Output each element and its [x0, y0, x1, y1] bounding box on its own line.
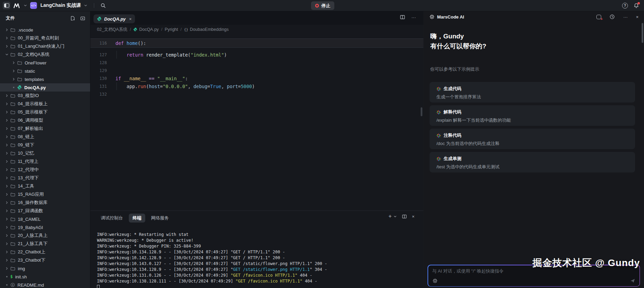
tree-item-README.md[interactable]: README.md — [0, 281, 90, 288]
tree-item-08_链上[interactable]: 08_链上 — [0, 133, 90, 141]
tree-item-11_代理上[interactable]: 11_代理上 — [0, 157, 90, 166]
tree-item-img[interactable]: img — [0, 264, 90, 273]
breadcrumb-item[interactable]: DocQA.py — [133, 27, 159, 32]
tree-item-03_模型IO[interactable]: 03_模型IO — [0, 92, 90, 100]
new-terminal-icon[interactable]: + — [388, 214, 392, 219]
tree-item-02_文档QA系统[interactable]: 02_文档QA系统 — [0, 50, 90, 59]
terminal-line: INFO:werkzeug:10.134.128.9 - - [30/Oct/2… — [97, 267, 420, 273]
chevron-down-icon[interactable] — [393, 215, 397, 218]
tree-item-21_人脉工具下[interactable]: 21_人脉工具下 — [0, 240, 90, 248]
terminal-line: INFO:werkzeug:10.138.128.111 - - [30/Oct… — [97, 279, 420, 285]
tree-item-20_人脉工具上[interactable]: 20_人脉工具上 — [0, 231, 90, 240]
tree-item-12_代理中[interactable]: 12_代理中 — [0, 166, 90, 174]
tree-item-.vscode[interactable]: .vscode — [0, 26, 90, 34]
breadcrumb[interactable]: 02_文档QA系统/DocQA.py/Pyright/{}DoubaoEmbed… — [97, 25, 423, 34]
git-dot — [6, 284, 8, 286]
workspace-title[interactable]: LangChain 实战课 — [40, 2, 81, 9]
folder-icon — [10, 143, 15, 148]
editor-region: DocQA.py × ··· 02_文档QA系统/DocQA.py/Pyrigh… — [90, 11, 423, 288]
chat-input[interactable] — [432, 268, 619, 276]
new-chat-button[interactable] — [596, 15, 601, 19]
tree-item-23_Chatbot下[interactable]: 23_Chatbot下 — [0, 256, 90, 264]
tree-item-label: 17_回调函数 — [18, 208, 43, 214]
tree-item-05_提示模板下[interactable]: 05_提示模板下 — [0, 108, 90, 116]
terminal-line: INFO:werkzeug: * Debugger PIN: 325-884-3… — [97, 244, 420, 250]
editor-scrollbar[interactable] — [421, 107, 422, 116]
tree-item-04_提示模板上[interactable]: 04_提示模板上 — [0, 100, 90, 108]
assistant-scrollbar[interactable] — [642, 23, 643, 43]
terminal-tab-调试控制台[interactable]: 调试控制台 — [97, 214, 127, 223]
folder-icon — [17, 77, 22, 82]
tree-item-OneFlower[interactable]: OneFlower — [0, 59, 90, 67]
breadcrumb-item[interactable]: Pyright — [165, 27, 178, 32]
tree-item-16_操作数据库[interactable]: 16_操作数据库 — [0, 199, 90, 207]
code-line: 128 — [90, 59, 423, 67]
prompt-card-解释代码[interactable]: 解释代码/explain 解释一下当前选中函数的功能 — [430, 105, 635, 126]
tree-item-06_调用模型[interactable]: 06_调用模型 — [0, 116, 90, 124]
new-folder-icon[interactable] — [80, 16, 85, 21]
python-icon — [17, 85, 22, 90]
breadcrumb-item[interactable]: 02_文档QA系统 — [97, 27, 127, 33]
tree-item-label: DocQA.py — [24, 85, 46, 90]
new-file-icon[interactable] — [70, 16, 75, 21]
tree-item-22_Chatbot上[interactable]: 22_Chatbot上 — [0, 248, 90, 256]
tree-item-label: 08_链上 — [18, 134, 34, 140]
prompt-card-title-text: 生成代码 — [444, 86, 461, 92]
close-panel-icon[interactable]: × — [412, 214, 414, 219]
tree-item-09_链下[interactable]: 09_链下 — [0, 141, 90, 149]
split-editor-icon[interactable] — [400, 14, 405, 20]
tree-item-07_解析输出[interactable]: 07_解析输出 — [0, 124, 90, 133]
folder-icon — [10, 52, 15, 57]
notifications-button[interactable] — [633, 3, 639, 9]
tree-item-18_CAMEL[interactable]: 18_CAMEL — [0, 215, 90, 223]
tree-item-init.sh[interactable]: $init.sh — [0, 273, 90, 281]
chevron-down-icon[interactable] — [84, 3, 88, 8]
tree-item-label: 09_链下 — [18, 142, 34, 148]
folder-icon — [10, 110, 15, 115]
marscode-logo[interactable] — [13, 3, 21, 8]
tree-item-label: 16_操作数据库 — [18, 200, 48, 206]
terminal-tab-终端[interactable]: 终端 — [129, 214, 145, 223]
close-tab-icon[interactable]: × — [129, 16, 132, 22]
prompt-card-生成单测[interactable]: 生成单测/test 为选中的代码生成单元测试 — [430, 152, 635, 172]
tree-item-00_开篇词_奇点时刻[interactable]: 00_开篇词_奇点时刻 — [0, 34, 90, 42]
breadcrumb-item[interactable]: {}DoubaoEmbeddings — [184, 27, 228, 32]
stop-button[interactable]: 停止 — [311, 1, 334, 10]
sidebar-icon — [4, 3, 9, 8]
tree-item-13_代理下[interactable]: 13_代理下 — [0, 174, 90, 182]
close-assistant-icon[interactable]: × — [636, 14, 639, 20]
folder-icon — [10, 134, 15, 140]
terminal-tab-网络服务[interactable]: 网络服务 — [147, 214, 173, 223]
split-terminal-icon[interactable] — [402, 214, 407, 219]
history-icon[interactable] — [609, 14, 615, 20]
code-editor[interactable]: 116def home():127 return render_template… — [90, 34, 423, 211]
markdown-icon — [10, 283, 15, 287]
chevron-down-icon[interactable] — [23, 3, 27, 8]
tree-item-static[interactable]: static — [0, 67, 90, 75]
tree-item-label: 22_Chatbot上 — [18, 249, 45, 255]
chevron-right-icon — [4, 36, 10, 40]
tree-item-templates[interactable]: templates — [0, 75, 90, 83]
search-icon[interactable] — [100, 3, 106, 8]
tree-item-19_BabyAGI[interactable]: 19_BabyAGI — [0, 223, 90, 231]
send-icon[interactable] — [630, 278, 635, 284]
tree-item-17_回调函数[interactable]: 17_回调函数 — [0, 207, 90, 215]
prompt-card-生成代码[interactable]: 生成代码生成一个冒泡排序算法 — [430, 82, 635, 103]
tree-item-10_记忆[interactable]: 10_记忆 — [0, 149, 90, 157]
line-number: 131 — [90, 84, 107, 89]
tree-item-15_RAG应用[interactable]: 15_RAG应用 — [0, 190, 90, 199]
prompt-card-desc: /explain 解释一下当前选中函数的功能 — [436, 117, 628, 123]
tree-item-DocQA.py[interactable]: DocQA.py — [0, 83, 90, 92]
tree-item-label: README.md — [17, 283, 44, 288]
help-icon[interactable]: ? — [622, 3, 628, 9]
toggle-sidebar-button[interactable] — [3, 2, 10, 9]
terminal-line: INFO:werkzeug:10.143.0.127 - - [30/Oct/2… — [97, 261, 420, 267]
terminal-output[interactable]: INFO:werkzeug: * Restarting with statWAR… — [97, 232, 420, 288]
tab-docqa[interactable]: DocQA.py × — [94, 14, 135, 23]
tree-item-01_LangChain快速入门[interactable]: 01_LangChain快速入门 — [0, 42, 90, 50]
chevron-right-icon — [4, 151, 10, 155]
editor-more-icon[interactable]: ··· — [411, 15, 416, 20]
assistant-more-icon[interactable]: ··· — [623, 14, 628, 20]
tree-item-14_工具[interactable]: 14_工具 — [0, 182, 90, 190]
prompt-card-注释代码[interactable]: 注释代码/doc 为当前选中的代码生成注释 — [430, 129, 635, 149]
